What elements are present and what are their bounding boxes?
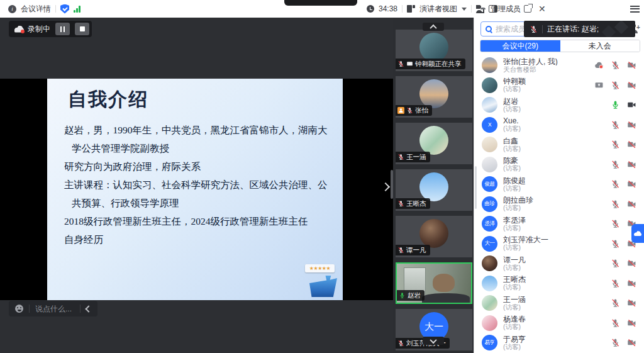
thumbnail-name-text: 赵岩 xyxy=(408,291,421,300)
thumbnail-name-text: 钟翱颖正在共享 xyxy=(415,60,462,69)
member-name: 杨逢春 xyxy=(503,315,605,323)
screen-share-icon xyxy=(594,81,604,90)
member-status-icons xyxy=(611,140,636,149)
floating-share-bar[interactable] xyxy=(284,0,357,6)
thumbnail-name-text: 王晰杰 xyxy=(406,199,426,208)
mic-muted-icon xyxy=(397,154,404,160)
member-status-icons xyxy=(594,60,636,70)
video-thumbnail[interactable]: 王晰杰 xyxy=(396,169,472,211)
timer-icon xyxy=(367,5,374,13)
meeting-timer: 34:38 xyxy=(379,4,397,13)
chat-input[interactable] xyxy=(35,305,74,313)
video-thumbnail[interactable]: 张怡 xyxy=(396,76,472,118)
collapse-chat-icon[interactable] xyxy=(85,305,92,312)
member-row[interactable]: 赵岩 (访客) xyxy=(474,95,644,115)
slide-bullet: 2018级行政管理新生班主任，2024级行政管理新生班主任 xyxy=(64,212,328,230)
meeting-details-label[interactable]: 会议详情 xyxy=(21,4,51,14)
chat-quick-bar[interactable] xyxy=(9,301,97,317)
member-row[interactable]: X Xue. (访客) xyxy=(474,115,644,135)
pause-recording-button[interactable] xyxy=(55,23,70,35)
member-role: (访客) xyxy=(503,304,605,311)
mic-muted-icon xyxy=(397,340,404,347)
stop-recording-button[interactable] xyxy=(75,23,89,35)
member-texts: 王一涵 (访客) xyxy=(503,296,605,311)
mic-muted-icon xyxy=(611,279,620,288)
emoji-icon[interactable] xyxy=(15,305,23,313)
member-row[interactable]: 丞泽 李丞泽 (访客) xyxy=(474,214,644,234)
thumbnail-name-label: 王晰杰 xyxy=(396,198,430,209)
recording-label: 录制中 xyxy=(28,24,50,35)
member-role: (访客) xyxy=(503,244,605,251)
avatar: X xyxy=(482,117,497,133)
member-row[interactable]: 易亨 于易亨 (访客) xyxy=(474,333,644,353)
participant-avatar xyxy=(419,33,448,62)
member-role: (访客) xyxy=(503,106,605,113)
chevron-down-icon[interactable] xyxy=(462,8,467,11)
view-mode-label[interactable]: 演讲者视图 xyxy=(419,4,457,14)
video-thumbnail[interactable]: 王一涵 xyxy=(396,123,472,164)
member-texts: 杨逢春 (访客) xyxy=(503,315,605,330)
mic-muted-icon xyxy=(397,60,404,67)
member-name: 陈豪 xyxy=(503,157,605,164)
slide-bullet: 主讲课程：认知实习、社会科学研究方法、区域公共治理、公共预算、行政领导学原理 xyxy=(64,176,328,212)
avatar xyxy=(482,57,497,73)
member-row[interactable]: 张怡(主持人, 我) 天台售楼部 xyxy=(474,55,644,76)
scroll-up-button[interactable] xyxy=(423,23,444,31)
thumbnail-name-text: 张怡 xyxy=(415,106,428,115)
popout-icon[interactable] xyxy=(524,5,531,13)
member-row[interactable]: 钟翱颖 (访客) xyxy=(474,76,644,96)
video-thumbnail[interactable]: 谭一凡 xyxy=(396,216,472,257)
member-role: (访客) xyxy=(503,165,605,172)
docked-cloud-app-icon[interactable] xyxy=(631,224,644,243)
member-list: 张怡(主持人, 我) 天台售楼部 钟翱颖 (访客) xyxy=(474,55,644,353)
member-name: 王晰杰 xyxy=(503,276,605,283)
video-thumbnail[interactable]: 钟翱颖正在共享 xyxy=(396,30,472,71)
meeting-app-window: i 会议详情 34:38 演讲者视图 管理成员 ✕ xyxy=(0,0,644,353)
member-row[interactable]: 谭一凡 (访客) xyxy=(474,254,644,274)
member-row[interactable]: 俊超 陈俊超 (访客) xyxy=(474,174,644,194)
camera-muted-icon xyxy=(627,140,636,149)
scroll-down-button[interactable] xyxy=(423,337,444,345)
mic-muted-icon xyxy=(397,247,404,254)
member-row[interactable]: 大一 刘玉萍准大一 (访客) xyxy=(474,234,644,254)
tab-not-joined[interactable]: 未入会 xyxy=(560,40,640,52)
member-status-icons xyxy=(611,120,636,130)
member-name: 赵岩 xyxy=(503,98,605,105)
thumbnail-status-icons xyxy=(397,247,404,254)
member-name: 钟翱颖 xyxy=(503,77,589,85)
thumbnail-status-icons xyxy=(397,200,404,207)
security-shield-icon[interactable] xyxy=(60,4,69,14)
member-texts: 陈俊超 (访客) xyxy=(503,177,605,192)
participant-avatar xyxy=(419,219,448,248)
presentation-area: 录制中 自我介绍 赵岩，男，1990年生，中共党员，黑龙江省富锦市人，湖南大学公… xyxy=(0,18,393,353)
mic-muted-icon xyxy=(406,107,413,114)
mic-muted-icon xyxy=(611,199,620,209)
member-status-icons xyxy=(611,259,636,268)
member-row[interactable]: 杨逢春 (访客) xyxy=(474,313,644,333)
host-badge-icon xyxy=(397,107,404,114)
thumbnail-name-label: 张怡 xyxy=(396,105,432,116)
member-row[interactable]: 曲珍 朗拉曲珍 (访客) xyxy=(474,194,644,215)
tab-in-meeting[interactable]: 会议中(29) xyxy=(480,40,560,52)
mic-muted-icon xyxy=(611,259,620,268)
hamburger-menu-icon[interactable] xyxy=(630,6,640,13)
member-row[interactable]: 陈豪 (访客) xyxy=(474,155,644,175)
member-role: (访客) xyxy=(503,86,589,92)
member-list-scrollbar[interactable] xyxy=(475,166,477,209)
network-signal-icon xyxy=(74,6,80,13)
next-page-arrow[interactable] xyxy=(381,182,390,191)
member-row[interactable]: 王一涵 (访客) xyxy=(474,293,644,313)
close-icon[interactable]: ✕ xyxy=(538,4,546,13)
member-row[interactable]: 白鑫 (访客) xyxy=(474,135,644,155)
speaking-toast-text: 正在讲话: 赵岩; xyxy=(547,24,599,35)
member-texts: 刘玉萍准大一 (访客) xyxy=(503,236,605,251)
member-name: 刘玉萍准大一 xyxy=(503,236,605,244)
member-name: 于易亨 xyxy=(503,335,605,343)
camera-muted-icon xyxy=(627,160,636,169)
mic-on-icon xyxy=(399,292,406,299)
member-row[interactable]: 王晰杰 (访客) xyxy=(474,274,644,294)
video-thumbnail[interactable]: 赵岩 xyxy=(396,262,472,304)
meeting-details-group[interactable]: i 会议详情 xyxy=(8,0,80,18)
member-status-icons xyxy=(611,279,636,288)
presentation-slide: 自我介绍 赵岩，男，1990年生，中共党员，黑龙江省富锦市人，湖南大学公共管理学… xyxy=(47,79,343,300)
